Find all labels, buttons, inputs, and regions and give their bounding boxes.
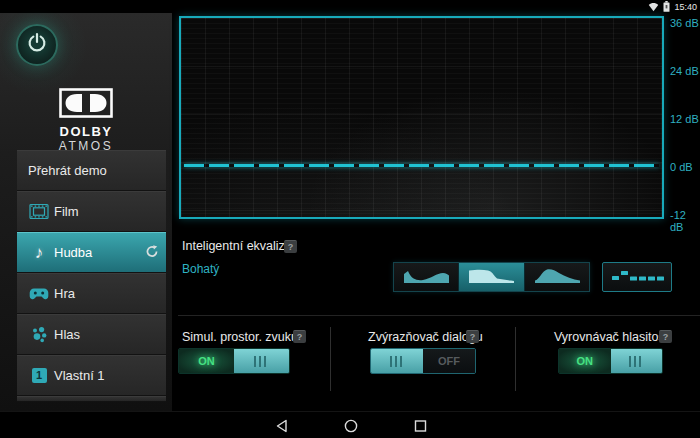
equalizer-graph[interactable]: [179, 16, 664, 219]
sidebar-item-label: Hudba: [54, 245, 92, 260]
toggle-off-state: OFF: [423, 349, 475, 373]
grip-lines-icon: [629, 356, 644, 367]
dolby-atmos-app: 15:40 DOLBY ATMOS Přehrát demo Fi: [0, 0, 700, 438]
sidebar-item-film[interactable]: Film: [17, 191, 166, 232]
toggle-divider-1: [330, 327, 331, 391]
leveler-toggle[interactable]: ON: [558, 348, 663, 374]
sidebar-item-game[interactable]: Hra: [17, 273, 166, 314]
sidebar-item-custom-1[interactable]: 1 Vlastní 1: [17, 355, 166, 396]
eq-zero-db-curve[interactable]: [184, 164, 659, 167]
sidebar-item-play-demo[interactable]: Přehrát demo: [17, 150, 166, 191]
section-divider: [178, 315, 700, 316]
sidebar-item-label: Hra: [54, 286, 75, 301]
leveler-help-icon[interactable]: ?: [659, 330, 672, 343]
db-tick-36: 36 dB: [670, 17, 700, 29]
gamepad-icon: [28, 283, 50, 305]
dolby-atmos-logo: DOLBY ATMOS: [0, 88, 172, 153]
eq-preset-rich-button[interactable]: [459, 263, 524, 291]
sidebar: DOLBY ATMOS Přehrát demo Film ♪ Hudba: [0, 13, 172, 411]
leveler-toggle-label: Vyrovnávač hlasitosti: [554, 330, 671, 344]
db-tick-neg12: -12 dB: [670, 209, 700, 233]
home-icon[interactable]: [344, 419, 358, 437]
toggle-handle[interactable]: [611, 349, 663, 373]
surround-toggle[interactable]: ON: [178, 348, 290, 374]
graph-grid: [181, 18, 662, 217]
surround-help-icon[interactable]: ?: [293, 330, 306, 343]
toggle-on-state: ON: [559, 349, 611, 373]
sidebar-item-clipped: [17, 396, 166, 402]
intelligent-eq-title: Inteligentní ekvalizér: [182, 239, 296, 253]
back-icon[interactable]: [276, 419, 288, 437]
clock: 15:40: [674, 2, 697, 12]
toggle-divider-2: [515, 327, 516, 391]
dolby-double-d-icon: [59, 104, 113, 121]
toggle-handle[interactable]: [371, 349, 423, 373]
toggle-handle[interactable]: [234, 349, 289, 373]
wifi-icon: [648, 0, 659, 16]
intelligent-eq-selected-value: Bohatý: [182, 262, 219, 276]
rich-curve-icon: [465, 264, 517, 290]
graphic-eq-dashes-icon: [608, 264, 666, 290]
voice-icon: [28, 324, 50, 346]
eq-preset-group: [393, 262, 590, 292]
intelligent-eq-help-icon[interactable]: ?: [284, 240, 297, 253]
power-button[interactable]: [16, 24, 58, 66]
battery-icon: [663, 0, 670, 16]
sidebar-item-label: Film: [54, 204, 79, 219]
db-tick-12: 12 dB: [670, 113, 700, 125]
power-icon: [26, 32, 48, 58]
eq-preset-open-button[interactable]: [394, 263, 459, 291]
sidebar-item-label: Hlas: [54, 327, 80, 342]
android-nav-bar: [0, 411, 700, 438]
recents-icon[interactable]: [414, 419, 427, 437]
sidebar-item-label: Vlastní 1: [54, 368, 105, 383]
graphic-eq-custom-button[interactable]: [602, 262, 672, 292]
music-note-icon: ♪: [28, 242, 50, 264]
logo-brand-text: DOLBY: [0, 124, 172, 139]
film-icon: [28, 201, 50, 223]
db-tick-24: 24 dB: [670, 65, 700, 77]
grip-lines-icon: [390, 356, 405, 367]
focused-curve-icon: [531, 264, 583, 290]
toggle-on-state: ON: [179, 349, 234, 373]
reset-refresh-icon[interactable]: [145, 244, 159, 261]
grip-lines-icon: [254, 356, 269, 367]
dialogue-help-icon[interactable]: ?: [466, 330, 479, 343]
open-curve-icon: [400, 264, 452, 290]
dialogue-toggle[interactable]: OFF: [370, 348, 476, 374]
sidebar-item-voice[interactable]: Hlas: [17, 314, 166, 355]
surround-toggle-label: Simul. prostor. zvuku: [182, 330, 298, 344]
sidebar-item-music[interactable]: ♪ Hudba: [17, 232, 166, 273]
sidebar-item-label: Přehrát demo: [28, 163, 107, 178]
custom-1-icon: 1: [28, 365, 50, 387]
android-status-bar: 15:40: [0, 0, 700, 13]
profile-menu: Přehrát demo Film ♪ Hudba Hra: [17, 150, 166, 402]
db-tick-0: 0 dB: [670, 161, 700, 173]
eq-preset-focused-button[interactable]: [525, 263, 589, 291]
